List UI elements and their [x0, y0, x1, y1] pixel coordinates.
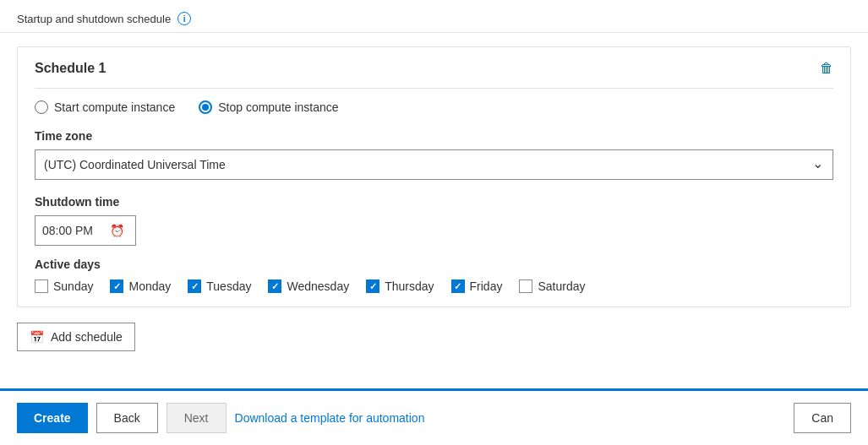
time-input-wrapper[interactable]: ⏰ [35, 215, 136, 246]
radio-start-label: Start compute instance [54, 100, 175, 114]
day-thursday-label: Thursday [385, 279, 434, 293]
download-template-link[interactable]: Download a template for automation [235, 411, 425, 425]
delete-icon[interactable]: 🗑 [820, 61, 833, 76]
day-monday[interactable]: Monday [110, 279, 171, 293]
checkbox-friday[interactable] [451, 279, 465, 293]
clock-icon[interactable]: ⏰ [110, 224, 124, 237]
time-input[interactable] [42, 224, 110, 237]
day-friday-label: Friday [470, 279, 503, 293]
bottom-bar: Create Back Next Download a template for… [0, 388, 868, 445]
info-icon[interactable]: i [177, 12, 191, 25]
add-schedule-icon: 📅 [30, 330, 44, 344]
timezone-label: Time zone [35, 129, 833, 143]
schedule-card: Schedule 1 🗑 Start compute instance Stop… [17, 46, 851, 307]
days-row: Sunday Monday Tuesday Wednesday Thursday [35, 279, 833, 293]
back-button[interactable]: Back [96, 403, 158, 433]
radio-stop[interactable] [199, 100, 212, 114]
page-header: Startup and shutdown schedule i [0, 0, 868, 33]
day-sunday-label: Sunday [53, 279, 93, 293]
radio-start[interactable] [35, 100, 48, 114]
day-tuesday-label: Tuesday [206, 279, 251, 293]
day-thursday[interactable]: Thursday [366, 279, 434, 293]
day-wednesday[interactable]: Wednesday [268, 279, 349, 293]
schedule-title: Schedule 1 [35, 61, 106, 76]
day-monday-label: Monday [128, 279, 171, 293]
day-saturday[interactable]: Saturday [519, 279, 585, 293]
active-days-label: Active days [35, 258, 833, 271]
checkbox-monday[interactable] [110, 279, 123, 293]
next-button[interactable]: Next [167, 403, 227, 433]
checkbox-wednesday[interactable] [268, 279, 281, 293]
day-saturday-label: Saturday [538, 279, 585, 293]
main-content: Schedule 1 🗑 Start compute instance Stop… [0, 33, 868, 388]
checkbox-thursday[interactable] [366, 279, 379, 293]
timezone-select-wrapper: (UTC) Coordinated Universal Time (UTC-05… [35, 149, 833, 180]
day-wednesday-label: Wednesday [287, 279, 349, 293]
cancel-button[interactable]: Can [794, 403, 851, 433]
radio-stop-label: Stop compute instance [218, 100, 338, 114]
day-friday[interactable]: Friday [451, 279, 503, 293]
add-schedule-button[interactable]: 📅 Add schedule [17, 323, 135, 351]
add-schedule-label: Add schedule [51, 330, 123, 344]
schedule-card-header: Schedule 1 🗑 [35, 61, 833, 76]
divider-1 [35, 88, 833, 89]
page-title: Startup and shutdown schedule [17, 13, 171, 25]
checkbox-saturday[interactable] [519, 279, 532, 293]
checkbox-sunday[interactable] [35, 279, 48, 293]
timezone-select[interactable]: (UTC) Coordinated Universal Time (UTC-05… [35, 149, 833, 180]
create-button[interactable]: Create [17, 403, 88, 433]
instance-type-radio-group: Start compute instance Stop compute inst… [35, 100, 833, 114]
shutdown-time-label: Shutdown time [35, 195, 833, 209]
radio-option-start[interactable]: Start compute instance [35, 100, 175, 114]
day-tuesday[interactable]: Tuesday [188, 279, 251, 293]
radio-option-stop[interactable]: Stop compute instance [199, 100, 338, 114]
checkbox-tuesday[interactable] [188, 279, 201, 293]
day-sunday[interactable]: Sunday [35, 279, 93, 293]
